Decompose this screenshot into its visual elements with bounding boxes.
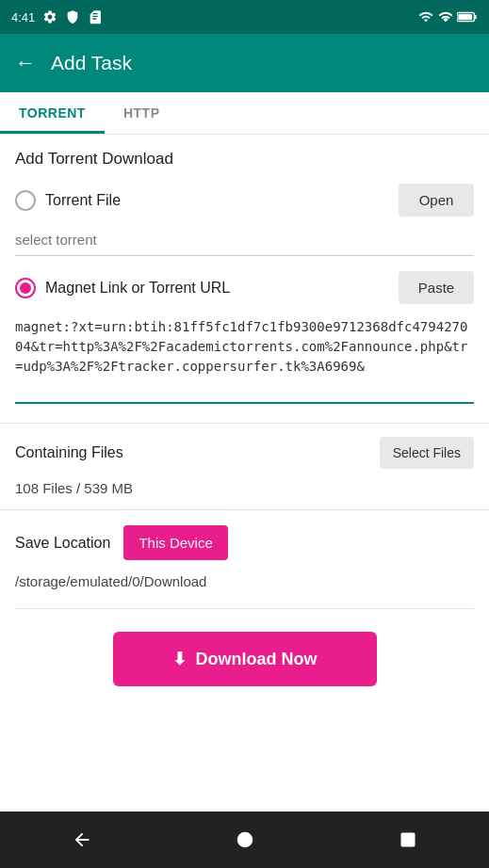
nav-back-icon <box>72 829 92 850</box>
svg-point-3 <box>236 832 253 848</box>
tab-torrent[interactable]: TORRENT <box>0 92 105 134</box>
section-title: Add Torrent Download <box>15 150 474 169</box>
svg-rect-4 <box>400 833 415 847</box>
sim-icon <box>88 9 103 24</box>
back-button[interactable]: ← <box>15 53 36 73</box>
save-location-label: Save Location <box>15 535 110 552</box>
nav-home-button[interactable] <box>232 827 258 853</box>
save-location-row: Save Location This Device <box>15 510 474 568</box>
files-row: Containing Files Select Files <box>15 424 474 476</box>
tab-http[interactable]: HTTP <box>105 92 179 134</box>
nav-back-button[interactable] <box>69 827 95 853</box>
svg-rect-2 <box>458 14 472 20</box>
download-btn-wrap: ⬇ Download Now <box>15 609 474 686</box>
torrent-file-label: Torrent File <box>45 192 121 209</box>
nav-recent-icon <box>399 830 417 849</box>
torrent-file-input[interactable] <box>15 224 474 256</box>
files-label: Containing Files <box>15 444 123 461</box>
storage-path: /storage/emulated/0/Download <box>15 568 474 609</box>
content-area: Add Torrent Download Torrent File Open M… <box>0 135 489 686</box>
download-icon: ⬇ <box>172 649 187 669</box>
magnet-radio-group[interactable]: Magnet Link or Torrent URL <box>15 278 230 298</box>
svg-rect-1 <box>475 15 477 20</box>
status-left: 4:41 <box>11 9 103 24</box>
torrent-file-radio[interactable] <box>15 190 36 211</box>
shield-icon <box>65 9 80 24</box>
nav-home-icon <box>235 829 255 850</box>
battery-icon <box>457 10 478 24</box>
time-label: 4:41 <box>11 10 35 24</box>
tabs-bar: TORRENT HTTP <box>0 92 489 135</box>
toolbar-title: Add Task <box>51 52 132 74</box>
status-right <box>417 9 478 24</box>
download-now-button[interactable]: ⬇ Download Now <box>113 632 377 686</box>
torrent-file-radio-group[interactable]: Torrent File <box>15 190 121 211</box>
bottom-nav <box>0 812 489 868</box>
paste-button[interactable]: Paste <box>399 271 474 304</box>
magnet-link-radio[interactable] <box>15 278 36 298</box>
nav-recent-button[interactable] <box>395 827 421 853</box>
files-count: 108 Files / 539 MB <box>15 476 474 509</box>
this-device-button[interactable]: This Device <box>123 525 227 560</box>
magnet-text-input[interactable]: magnet:?xt=urn:btih:81ff5fc1df7c1fb9300e… <box>15 312 474 404</box>
magnet-link-label: Magnet Link or Torrent URL <box>45 280 230 297</box>
open-button[interactable]: Open <box>399 184 474 217</box>
toolbar: ← Add Task <box>0 34 489 92</box>
status-bar: 4:41 <box>0 0 489 34</box>
download-label: Download Now <box>196 650 318 669</box>
signal-icon <box>438 9 453 24</box>
select-files-button[interactable]: Select Files <box>380 437 474 469</box>
magnet-link-row: Magnet Link or Torrent URL Paste <box>15 271 474 304</box>
torrent-file-row: Torrent File Open <box>15 184 474 217</box>
settings-icon <box>42 9 57 24</box>
wifi-icon <box>417 9 434 24</box>
